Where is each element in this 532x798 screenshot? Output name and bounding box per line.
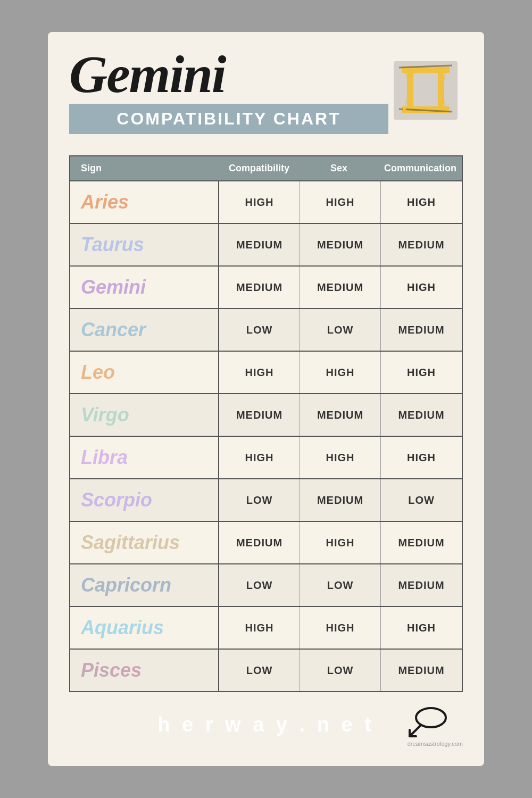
table-row: Libra HIGH HIGH HIGH: [70, 436, 462, 478]
sex-cell: HIGH: [300, 522, 381, 563]
compatibility-cell: LOW: [219, 309, 300, 351]
sex-cell: HIGH: [300, 181, 381, 223]
header-left: Gemini COMPATIBILITY CHART: [69, 48, 388, 150]
gemini-symbol-icon: [388, 53, 463, 128]
sex-cell: LOW: [300, 564, 381, 606]
table-row: Scorpio LOW MEDIUM LOW: [70, 478, 462, 521]
communication-cell: HIGH: [381, 352, 462, 393]
col-sex: Sex: [299, 156, 379, 180]
sex-cell: HIGH: [300, 437, 381, 478]
table-row: Leo HIGH HIGH HIGH: [70, 351, 462, 393]
sign-cell: Scorpio: [70, 479, 219, 521]
sign-cell: Cancer: [70, 309, 219, 351]
footer-credit: dreamsastrology.com: [408, 741, 463, 747]
compatibility-cell: HIGH: [219, 437, 300, 478]
sign-cell: Capricorn: [70, 564, 219, 606]
communication-cell: MEDIUM: [381, 309, 462, 351]
table-row: Sagittarius MEDIUM HIGH MEDIUM: [70, 521, 462, 563]
sex-cell: MEDIUM: [300, 479, 381, 521]
sign-cell: Aquarius: [70, 607, 219, 649]
sex-cell: HIGH: [300, 607, 381, 649]
col-sign: Sign: [70, 156, 219, 180]
communication-cell: MEDIUM: [381, 564, 462, 606]
table-body: Aries HIGH HIGH HIGH Taurus MEDIUM MEDIU…: [70, 180, 462, 691]
compatibility-cell: LOW: [219, 650, 300, 691]
compatibility-cell: MEDIUM: [219, 522, 300, 563]
sign-cell: Taurus: [70, 224, 219, 265]
communication-cell: HIGH: [381, 181, 462, 223]
subtitle-banner: COMPATIBILITY CHART: [69, 104, 388, 134]
sex-cell: LOW: [300, 650, 381, 691]
sex-cell: MEDIUM: [300, 224, 381, 265]
svg-point-17: [416, 708, 446, 727]
sex-cell: MEDIUM: [300, 267, 381, 308]
communication-cell: MEDIUM: [381, 224, 462, 265]
compatibility-cell: MEDIUM: [219, 267, 300, 308]
communication-cell: MEDIUM: [381, 650, 462, 691]
sign-cell: Gemini: [70, 267, 219, 308]
col-compatibility: Compatibility: [219, 156, 299, 180]
compatibility-cell: HIGH: [219, 181, 300, 223]
sign-cell: Leo: [70, 352, 219, 393]
page-title: Gemini: [69, 48, 226, 101]
footer-site: h e r w a y . n e t: [157, 713, 375, 736]
communication-cell: HIGH: [381, 437, 462, 478]
compatibility-cell: HIGH: [219, 352, 300, 393]
svg-rect-3: [407, 66, 413, 113]
table-row: Pisces LOW LOW MEDIUM: [70, 649, 462, 691]
col-communication: Communication: [379, 156, 462, 180]
sign-cell: Virgo: [70, 394, 219, 436]
communication-cell: LOW: [381, 479, 462, 521]
table-row: Capricorn LOW LOW MEDIUM: [70, 563, 462, 606]
svg-line-18: [410, 726, 420, 736]
communication-cell: MEDIUM: [381, 394, 462, 436]
table-row: Cancer LOW LOW MEDIUM: [70, 308, 462, 351]
communication-cell: HIGH: [381, 267, 462, 308]
swirl-decoration-icon: [399, 699, 452, 742]
compatibility-cell: LOW: [219, 564, 300, 606]
compatibility-cell: MEDIUM: [219, 224, 300, 265]
sex-cell: MEDIUM: [300, 394, 381, 436]
sign-cell: Libra: [70, 437, 219, 478]
compatibility-cell: MEDIUM: [219, 394, 300, 436]
footer: h e r w a y . n e t dreamsastrology.com: [69, 708, 463, 736]
table-row: Aquarius HIGH HIGH HIGH: [70, 606, 462, 649]
table-row: Taurus MEDIUM MEDIUM MEDIUM: [70, 223, 462, 265]
compatibility-table: Sign Compatibility Sex Communication Ari…: [69, 155, 463, 692]
sex-cell: LOW: [300, 309, 381, 351]
sign-cell: Sagittarius: [70, 522, 219, 563]
communication-cell: MEDIUM: [381, 522, 462, 563]
main-card: Gemini COMPATIBILITY CHART: [48, 32, 484, 766]
header: Gemini COMPATIBILITY CHART: [69, 48, 463, 150]
sign-cell: Aries: [70, 181, 219, 223]
sex-cell: HIGH: [300, 352, 381, 393]
table-header-row: Sign Compatibility Sex Communication: [70, 156, 462, 180]
table-row: Aries HIGH HIGH HIGH: [70, 180, 462, 223]
compatibility-cell: LOW: [219, 479, 300, 521]
sign-cell: Pisces: [70, 650, 219, 691]
communication-cell: HIGH: [381, 607, 462, 649]
compatibility-cell: HIGH: [219, 607, 300, 649]
table-row: Gemini MEDIUM MEDIUM HIGH: [70, 265, 462, 308]
table-row: Virgo MEDIUM MEDIUM MEDIUM: [70, 393, 462, 436]
